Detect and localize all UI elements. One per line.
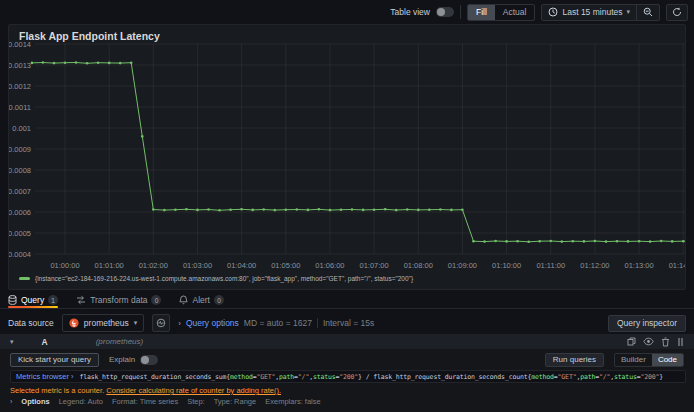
summary-divider: [317, 318, 318, 328]
promql-editor[interactable]: Metrics browser › flask_http_request_dur…: [10, 370, 686, 383]
code-toggle-button[interactable]: Code: [652, 354, 683, 366]
tab-transform-label: Transform data: [90, 295, 147, 305]
toggle-knob: [437, 8, 445, 16]
datasource-help-button[interactable]: [152, 314, 170, 332]
counter-warning-link[interactable]: Consider calculating rate of counter by …: [106, 386, 281, 395]
refresh-button[interactable]: [666, 4, 688, 21]
copy-icon[interactable]: [627, 337, 636, 346]
timeseries-panel: Flask App Endpoint Latency 0.00040.00050…: [8, 24, 686, 290]
bell-icon: [179, 295, 188, 305]
tab-alert-count: 0: [214, 295, 224, 305]
editor-tabs: Query 1 Transform data 0 Alert 0: [0, 292, 694, 309]
query-editor-section: ▾ A (prometheus) Kick start your query E…: [0, 334, 694, 412]
grafana-panel-edit-view: Table view Fill Actual Last 15 minutes ▾…: [0, 0, 694, 412]
kick-start-query-button[interactable]: Kick start your query: [10, 353, 99, 367]
data-point: [450, 209, 453, 212]
metrics-browser-label: Metrics browser: [16, 372, 69, 381]
eye-icon[interactable]: [643, 337, 654, 346]
data-point: [461, 208, 464, 211]
svg-text:0.0013: 0.0013: [8, 61, 31, 70]
svg-text:0.0012: 0.0012: [8, 82, 31, 91]
chevron-right-icon: ›: [178, 319, 181, 328]
svg-text:01:03:00: 01:03:00: [183, 261, 212, 270]
options-legend-summary: Legend: Auto: [59, 397, 103, 406]
data-point: [274, 209, 277, 212]
svg-text:01:06:00: 01:06:00: [315, 261, 344, 270]
tab-alert[interactable]: Alert 0: [179, 292, 223, 308]
table-view-label: Table view: [390, 7, 430, 17]
actual-button[interactable]: Actual: [495, 5, 535, 20]
data-point: [262, 208, 265, 211]
svg-text:01:13:00: 01:13:00: [624, 261, 653, 270]
data-point: [296, 208, 299, 211]
options-toggle-label[interactable]: Options: [21, 397, 49, 406]
data-point: [373, 208, 376, 211]
data-point: [185, 208, 188, 211]
builder-code-segmented: Builder Code: [614, 353, 684, 367]
collapse-chevron-icon[interactable]: ▾: [10, 338, 14, 346]
svg-text:0.0006: 0.0006: [8, 208, 31, 217]
datasource-picker[interactable]: prometheus ▾: [62, 314, 144, 332]
data-point: [351, 208, 354, 211]
svg-text:0.0005: 0.0005: [8, 229, 31, 238]
explain-toggle[interactable]: [140, 355, 158, 365]
tab-transform-count: 0: [151, 295, 161, 305]
query-row-actions: [627, 337, 684, 347]
data-point: [572, 240, 575, 243]
svg-text:01:08:00: 01:08:00: [404, 261, 433, 270]
explain-control: Explain: [109, 355, 158, 365]
promql-input[interactable]: flask_http_request_duration_seconds_sum{…: [80, 373, 664, 381]
tab-query[interactable]: Query 1: [8, 292, 58, 308]
data-point: [594, 240, 597, 243]
svg-text:01:00:00: 01:00:00: [50, 261, 79, 270]
svg-text:01:05:00: 01:05:00: [271, 261, 300, 270]
trash-icon[interactable]: [661, 337, 670, 347]
data-point: [660, 240, 663, 243]
data-point: [605, 240, 608, 243]
data-point: [307, 209, 310, 212]
data-point: [494, 240, 497, 243]
data-point: [538, 240, 541, 243]
data-point: [616, 240, 619, 243]
data-point: [406, 208, 409, 211]
legend-item[interactable]: {instance="ec2-184-169-216-224.us-west-1…: [19, 275, 413, 282]
query-inspector-button[interactable]: Query inspector: [608, 315, 686, 332]
tab-alert-label: Alert: [192, 295, 209, 305]
data-point: [583, 240, 586, 243]
table-view-toggle[interactable]: [436, 7, 454, 17]
pane-size-segmented: Fill Actual: [467, 4, 535, 21]
svg-text:01:02:00: 01:02:00: [139, 261, 168, 270]
metrics-browser-button[interactable]: Metrics browser ›: [16, 372, 74, 381]
svg-text:0.0014: 0.0014: [8, 40, 31, 49]
query-options-toggle[interactable]: › Query options MD = auto = 1627 Interva…: [178, 318, 374, 328]
series-legend-label: {instance="ec2-184-169-216-224.us-west-1…: [35, 275, 413, 282]
data-point: [682, 240, 685, 243]
run-queries-button[interactable]: Run queries: [545, 353, 604, 367]
svg-text:01:01:00: 01:01:00: [95, 261, 124, 270]
options-row[interactable]: › Options Legend: Auto Format: Time seri…: [10, 397, 321, 406]
data-point: [97, 61, 100, 64]
svg-text:0.001: 0.001: [12, 124, 31, 133]
refresh-icon: [672, 7, 682, 17]
data-point: [229, 208, 232, 211]
chevron-right-icon: ›: [10, 398, 12, 405]
max-data-points-summary: MD = auto = 1627: [244, 318, 312, 328]
counter-warning-text: Selected metric is a counter.: [10, 386, 104, 395]
series-color-dash: [19, 277, 30, 280]
zoom-out-button[interactable]: [636, 5, 659, 20]
builder-toggle-button[interactable]: Builder: [615, 354, 652, 366]
options-step-summary: Step:: [187, 397, 205, 406]
data-point: [649, 240, 652, 243]
series-line: [32, 63, 686, 242]
fill-button[interactable]: Fill: [468, 5, 495, 20]
data-point: [638, 240, 641, 243]
data-point: [627, 240, 630, 243]
time-range-button[interactable]: Last 15 minutes ▾: [542, 5, 636, 20]
time-range-label: Last 15 minutes: [562, 7, 622, 17]
toolbar-divider: [460, 5, 461, 19]
query-options-label: Query options: [186, 318, 239, 328]
drag-handle-icon[interactable]: [677, 337, 684, 347]
latency-chart[interactable]: 0.00040.00050.00060.00070.00080.00090.00…: [9, 41, 686, 273]
query-row-header[interactable]: ▾ A (prometheus): [0, 334, 694, 349]
tab-transform-data[interactable]: Transform data 0: [76, 292, 161, 308]
